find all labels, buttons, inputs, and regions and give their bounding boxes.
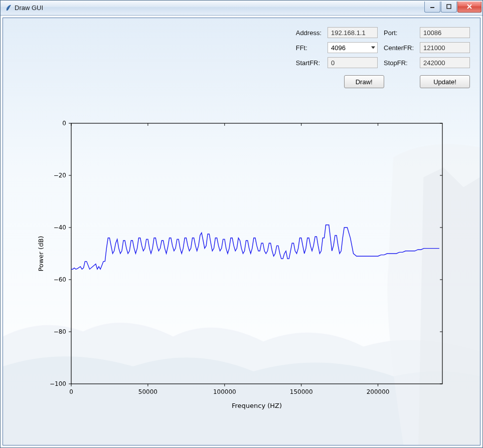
tk-feather-icon xyxy=(5,4,13,12)
titlebar[interactable]: Draw GUI xyxy=(1,1,482,16)
maximize-button[interactable] xyxy=(441,2,457,13)
form-panel: Address: Port: FFt: 4096 CenterFR: Start… xyxy=(3,18,480,93)
svg-text:50000: 50000 xyxy=(138,388,157,395)
startfr-input[interactable] xyxy=(328,57,378,68)
svg-text:−60: −60 xyxy=(53,276,66,283)
client-area: Address: Port: FFt: 4096 CenterFR: Start… xyxy=(3,18,480,445)
svg-text:−20: −20 xyxy=(53,172,66,179)
stopfr-input[interactable] xyxy=(420,57,470,68)
address-label: Address: xyxy=(296,29,321,37)
svg-text:0: 0 xyxy=(69,388,73,395)
plot-area: −100−80−60−40−20005000010000015000020000… xyxy=(3,93,480,445)
centerfr-label: CenterFR: xyxy=(384,44,414,52)
chevron-down-icon xyxy=(371,47,375,49)
minimize-button[interactable] xyxy=(424,2,440,13)
app-window: Draw GUI xyxy=(0,0,483,448)
close-button[interactable] xyxy=(457,2,481,13)
fft-value: 4096 xyxy=(331,44,346,52)
fft-combobox[interactable]: 4096 xyxy=(328,42,378,53)
svg-text:200000: 200000 xyxy=(366,388,389,395)
port-input[interactable] xyxy=(420,27,470,38)
svg-rect-1 xyxy=(447,5,451,9)
centerfr-input[interactable] xyxy=(420,42,470,53)
spectrum-chart: −100−80−60−40−20005000010000015000020000… xyxy=(31,113,452,414)
svg-text:−100: −100 xyxy=(50,380,66,387)
fft-label: FFt: xyxy=(296,44,321,52)
svg-text:0: 0 xyxy=(62,120,66,127)
stopfr-label: StopFR: xyxy=(384,59,414,67)
window-title: Draw GUI xyxy=(13,4,424,12)
svg-text:−40: −40 xyxy=(53,224,66,231)
svg-text:−80: −80 xyxy=(53,328,66,335)
startfr-label: StartFR: xyxy=(296,59,321,67)
svg-text:Frequency (HZ): Frequency (HZ) xyxy=(231,402,281,409)
address-input[interactable] xyxy=(328,27,378,38)
draw-button[interactable]: Draw! xyxy=(344,75,384,88)
svg-text:100000: 100000 xyxy=(213,388,236,395)
update-button[interactable]: Update! xyxy=(420,75,470,88)
svg-text:Power (dB): Power (dB) xyxy=(37,236,45,272)
port-label: Port: xyxy=(384,29,414,37)
svg-text:150000: 150000 xyxy=(289,388,312,395)
